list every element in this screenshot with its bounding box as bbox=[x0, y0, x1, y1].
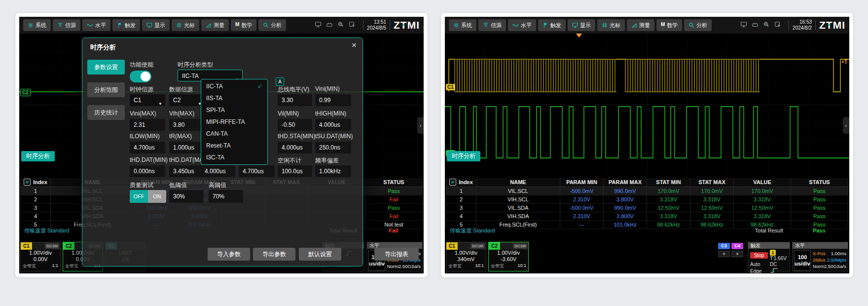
menu-button-math-m[interactable]: M↔数学 bbox=[231, 19, 256, 31]
menu-button-cursor-grid[interactable]: 光标 bbox=[172, 19, 199, 31]
network-touch-icon[interactable] bbox=[337, 21, 344, 30]
quality-off-button[interactable]: OFF bbox=[130, 190, 148, 203]
right-trigger-section[interactable]: 触发 Stop 1T:1.66V Auto DC Edge bbox=[748, 242, 790, 271]
field-label: Vih(MAX) bbox=[169, 110, 194, 117]
menu-button-measure-triangle[interactable]: 测量 bbox=[201, 19, 229, 31]
menu-button-trigger-flag[interactable]: 触发 bbox=[112, 19, 140, 31]
dropdown-option[interactable]: I3C-TA bbox=[201, 152, 267, 163]
thd-dat-max-field[interactable]: 3.450us bbox=[169, 165, 205, 177]
left-c2-channel-marker[interactable]: C2 bbox=[20, 89, 31, 96]
clock-source-select[interactable]: C1▼ bbox=[130, 94, 165, 106]
tlow-min-field[interactable]: 4.700us bbox=[130, 142, 165, 153]
timebase-scale[interactable]: 100us/div bbox=[794, 250, 811, 271]
thd-dat-min-field[interactable]: 0.000ns bbox=[130, 165, 165, 177]
touch-panel-icon[interactable] bbox=[774, 21, 781, 30]
menu-button-trigger-flag[interactable]: 触发 bbox=[538, 19, 566, 31]
low-threshold-field[interactable]: 30% bbox=[169, 190, 204, 203]
total-result-status: Fail bbox=[364, 226, 423, 235]
thigh-min-field[interactable]: 4.000us bbox=[315, 119, 351, 131]
covered-field-2[interactable]: 4.700us bbox=[239, 165, 275, 177]
dropdown-option[interactable]: CAN-TA bbox=[201, 128, 267, 140]
freq-deviation-field[interactable]: 1.00kHz bbox=[315, 165, 351, 177]
menu-button-label: 显示 bbox=[154, 22, 165, 29]
transfer-speed: 传输速度 Standard bbox=[24, 226, 70, 235]
table-row[interactable]: 2VIH.SCL2.310V3.800V3.318V3.318V3.318VPa… bbox=[446, 195, 848, 204]
right-side-panel-chevron[interactable]: › bbox=[843, 117, 849, 134]
tab-history-statistics[interactable]: 历史统计 bbox=[87, 105, 125, 120]
dropdown-option[interactable]: Reset-TA bbox=[201, 140, 267, 152]
table-cell-index: 1 bbox=[446, 187, 476, 195]
network-touch-icon[interactable] bbox=[763, 21, 770, 30]
channel-offset: -3.60V bbox=[489, 256, 528, 263]
usb-storage-icon[interactable] bbox=[326, 21, 333, 30]
clock: 16:532024/8/2 bbox=[793, 19, 812, 31]
right-results-table: IndexNAMEPARAM MINPARAM MAXSTAT MINSTAT … bbox=[446, 178, 848, 229]
coupling-badge: DC1M bbox=[513, 243, 527, 249]
table-row[interactable]: 1VIL.SCL-500.0mV990.0mV170.0mV170.0mV170… bbox=[446, 187, 848, 195]
left-analysis-tag[interactable]: 时序分析 bbox=[21, 151, 55, 161]
add-channel-button[interactable]: + bbox=[718, 251, 730, 257]
trigger-level-marker[interactable]: +T bbox=[841, 59, 847, 65]
table-cell-index: 2 bbox=[20, 195, 51, 203]
vini-min-field[interactable]: 0.99 bbox=[315, 94, 351, 106]
right-horizontal-section[interactable]: 水平 100us/div X-Pos1.00ms 268us2.50Mpts N… bbox=[792, 242, 848, 271]
dropdown-option[interactable]: SPI-TA bbox=[201, 104, 267, 116]
menu-button-horizontal-wave[interactable]: 水平 bbox=[508, 19, 536, 31]
quality-on-button[interactable]: ON bbox=[148, 190, 166, 203]
menu-button-analysis-magnifier[interactable]: 分析 bbox=[258, 19, 286, 31]
menu-button-math-m[interactable]: M↔数学 bbox=[656, 19, 682, 31]
menu-button-signal-source[interactable]: 信源 bbox=[478, 19, 506, 31]
bus-level-field[interactable]: 3.30 bbox=[278, 94, 312, 106]
vil-min-field[interactable]: -0.50 bbox=[278, 119, 312, 131]
export-params-button[interactable]: 导出参数 bbox=[253, 248, 295, 261]
dropdown-option[interactable]: IIC-TA✓ bbox=[201, 80, 267, 92]
default-settings-button[interactable]: 默认设置 bbox=[299, 248, 341, 261]
menu-button-display-monitor[interactable]: 显示 bbox=[568, 19, 595, 31]
high-threshold-field[interactable]: 70% bbox=[209, 190, 243, 203]
screen-mirror-icon[interactable] bbox=[740, 21, 747, 30]
idle-skip-field[interactable]: 100.0us bbox=[278, 165, 312, 177]
export-report-button[interactable]: 导出报表 bbox=[374, 248, 419, 261]
menu-button-horizontal-wave[interactable]: 水平 bbox=[82, 19, 110, 31]
table-row[interactable]: 4VIH.SDA2.310V3.800V3.318V3.318V3.318VPa… bbox=[446, 212, 848, 221]
enable-toggle[interactable] bbox=[130, 71, 151, 82]
menu-button-label: 系统 bbox=[461, 22, 472, 29]
vih-max-field[interactable]: 3.80 bbox=[169, 119, 205, 131]
vini-max-field[interactable]: 2.31 bbox=[130, 119, 165, 131]
data-source-select[interactable]: C2▼ bbox=[169, 94, 205, 106]
screen-mirror-icon[interactable] bbox=[315, 21, 322, 30]
thd-sta-min-field[interactable]: 4.000us bbox=[278, 142, 312, 153]
data-source-label: 数据信源 bbox=[169, 85, 193, 94]
tsu-dat-min-field[interactable]: 250.0ns bbox=[315, 142, 351, 153]
menu-button-signal-source[interactable]: 信源 bbox=[53, 19, 80, 31]
channel-box-c1[interactable]: C1DC1M 1.00V/div 340mV 全带宽10:1 bbox=[446, 242, 486, 271]
horizontal-section-title: 水平 bbox=[793, 242, 848, 249]
menu-button-gear[interactable]: 系统 bbox=[23, 19, 51, 31]
tab-analysis-range[interactable]: 分析范围 bbox=[87, 82, 125, 97]
channel-chip-c4[interactable]: C4 bbox=[731, 243, 743, 249]
covered-field-1[interactable]: 4.000us bbox=[201, 165, 235, 177]
dropdown-option[interactable]: IIS-TA bbox=[201, 92, 267, 104]
tab-parameter-settings[interactable]: 参数设置 bbox=[87, 60, 125, 75]
menu-button-gear[interactable]: 系统 bbox=[449, 19, 476, 31]
tr-max-field[interactable]: 1.000us bbox=[169, 142, 205, 153]
dropdown-option[interactable]: MIPI-RFFE-TA bbox=[201, 116, 267, 128]
touch-panel-icon[interactable] bbox=[349, 21, 356, 30]
column-header: PARAM MAX bbox=[604, 178, 647, 187]
menu-button-display-monitor[interactable]: 显示 bbox=[142, 19, 170, 31]
left-side-panel-chevron[interactable]: › bbox=[417, 117, 424, 134]
add-channel-button[interactable]: + bbox=[731, 251, 743, 257]
menu-button-measure-triangle[interactable]: 测量 bbox=[627, 19, 654, 31]
close-icon[interactable]: × bbox=[352, 41, 357, 49]
right-analysis-tag[interactable]: 时序分析 bbox=[447, 151, 480, 161]
menu-button-cursor-grid[interactable]: 光标 bbox=[597, 19, 625, 31]
menu-button-analysis-magnifier[interactable]: 分析 bbox=[684, 19, 712, 31]
right-c1-channel-marker[interactable]: C1 bbox=[446, 84, 455, 90]
usb-storage-icon[interactable] bbox=[752, 21, 759, 30]
channel-chip-c3[interactable]: C3 bbox=[718, 243, 730, 249]
channel-box-c2[interactable]: C2DC1M 1.00V/div -3.60V 全带宽10:1 bbox=[488, 242, 529, 271]
table-row[interactable]: 3VIL.SDA-500.0mV990.0mV12.50mV12.50mV12.… bbox=[446, 204, 848, 212]
import-params-button[interactable]: 导入参数 bbox=[208, 248, 250, 261]
dialog-title: 时序分析 bbox=[90, 43, 116, 52]
channel-box-c1[interactable]: C1DC1M 1.00V/div 0.00V 全带宽1:1 bbox=[20, 242, 61, 271]
